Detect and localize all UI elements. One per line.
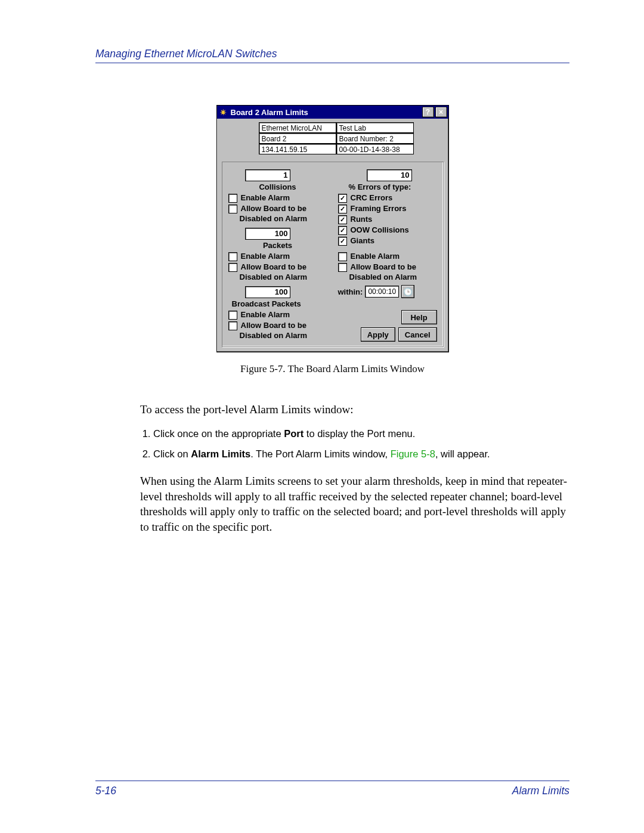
collisions-label: Collisions xyxy=(228,182,327,191)
percent-errors-label: % Errors of type: xyxy=(349,182,437,191)
runts-checkbox[interactable] xyxy=(338,215,347,224)
packets-enable-checkbox[interactable] xyxy=(228,252,237,261)
dialog-title: Board 2 Alarm Limits xyxy=(231,108,421,117)
explanatory-paragraph: When using the Alarm Limits screens to s… xyxy=(140,473,569,535)
giants-checkbox[interactable] xyxy=(338,237,347,246)
checkbox-label-cont: Disabled on Alarm xyxy=(228,272,327,281)
within-label: within: xyxy=(338,287,363,296)
device-info-block: Ethernet MicroLAN Test Lab Board 2 Board… xyxy=(217,119,448,158)
app-icon: ✴ xyxy=(219,107,228,117)
packets-label: Packets xyxy=(228,241,327,250)
checkbox-label: OOW Collisions xyxy=(351,225,409,235)
figure-link[interactable]: Figure 5-8 xyxy=(391,448,435,459)
location-field: Test Lab xyxy=(336,122,414,133)
ip-field: 134.141.59.15 xyxy=(259,144,336,154)
within-input[interactable]: 00:00:10 xyxy=(365,286,399,298)
clock-button[interactable]: 🕒 xyxy=(401,285,414,298)
device-name-field: Ethernet MicroLAN xyxy=(259,122,336,133)
broadcast-input[interactable]: 100 xyxy=(245,286,290,298)
right-column: 10 % Errors of type: CRC Errors Framing … xyxy=(338,169,437,342)
checkbox-label-cont: Disabled on Alarm xyxy=(228,214,327,223)
checkbox-label: Allow Board to be xyxy=(241,203,307,213)
packets-input[interactable]: 100 xyxy=(245,228,290,240)
broadcast-label: Broadcast Packets xyxy=(232,299,327,308)
checkbox-label: Giants xyxy=(351,236,374,246)
board-field: Board 2 xyxy=(259,133,336,144)
board-number-field: Board Number: 2 xyxy=(336,133,414,144)
checkbox-label-cont: Disabled on Alarm xyxy=(228,331,327,340)
left-column: 1 Collisions Enable Alarm Allow Board to… xyxy=(228,169,327,342)
collisions-disable-checkbox[interactable] xyxy=(228,205,237,213)
errors-disable-checkbox[interactable] xyxy=(338,263,347,272)
checkbox-label: Runts xyxy=(351,214,373,224)
dialog-titlebar[interactable]: ✴ Board 2 Alarm Limits ? × xyxy=(217,106,448,119)
packets-disable-checkbox[interactable] xyxy=(228,263,237,272)
alarm-limits-dialog: ✴ Board 2 Alarm Limits ? × Ethernet Micr… xyxy=(216,105,449,352)
page-number: 5-16 xyxy=(95,785,116,797)
broadcast-disable-checkbox[interactable] xyxy=(228,321,237,330)
section-title: Alarm Limits xyxy=(512,785,569,797)
collisions-input[interactable]: 1 xyxy=(245,169,290,181)
help-button[interactable]: Help xyxy=(401,310,437,324)
step-2: Click on Alarm Limits. The Port Alarm Li… xyxy=(153,447,569,460)
collisions-enable-checkbox[interactable] xyxy=(228,194,237,203)
checkbox-label: Enable Alarm xyxy=(351,251,400,261)
clock-icon: 🕒 xyxy=(403,287,413,296)
checkbox-label: Allow Board to be xyxy=(241,320,307,330)
errors-enable-checkbox[interactable] xyxy=(338,252,347,261)
running-header: Managing Ethernet MicroLAN Switches xyxy=(95,48,569,63)
figure-caption: Figure 5-7. The Board Alarm Limits Windo… xyxy=(240,363,425,375)
alarm-groupbox: 1 Collisions Enable Alarm Allow Board to… xyxy=(222,162,444,347)
cancel-button[interactable]: Cancel xyxy=(398,327,437,342)
checkbox-label: Enable Alarm xyxy=(241,193,290,203)
checkbox-label: Allow Board to be xyxy=(241,262,307,272)
checkbox-label: Framing Errors xyxy=(351,203,407,213)
oow-checkbox[interactable] xyxy=(338,226,347,235)
checkbox-label: CRC Errors xyxy=(351,193,393,203)
close-caption-button[interactable]: × xyxy=(435,107,447,117)
checkbox-label: Enable Alarm xyxy=(241,251,290,261)
checkbox-label: Enable Alarm xyxy=(241,309,290,320)
step-1: Click once on the appropriate Port to di… xyxy=(153,427,569,440)
framing-checkbox[interactable] xyxy=(338,205,347,213)
apply-button[interactable]: Apply xyxy=(361,327,395,342)
crc-checkbox[interactable] xyxy=(338,194,347,203)
percent-errors-input[interactable]: 10 xyxy=(367,169,412,181)
help-caption-button[interactable]: ? xyxy=(422,107,434,117)
intro-paragraph: To access the port-level Alarm Limits wi… xyxy=(140,402,569,417)
broadcast-enable-checkbox[interactable] xyxy=(228,311,237,320)
checkbox-label: Allow Board to be xyxy=(351,262,417,272)
checkbox-label-cont: Disabled on Alarm xyxy=(338,272,437,281)
mac-field: 00-00-1D-14-38-38 xyxy=(336,144,414,154)
